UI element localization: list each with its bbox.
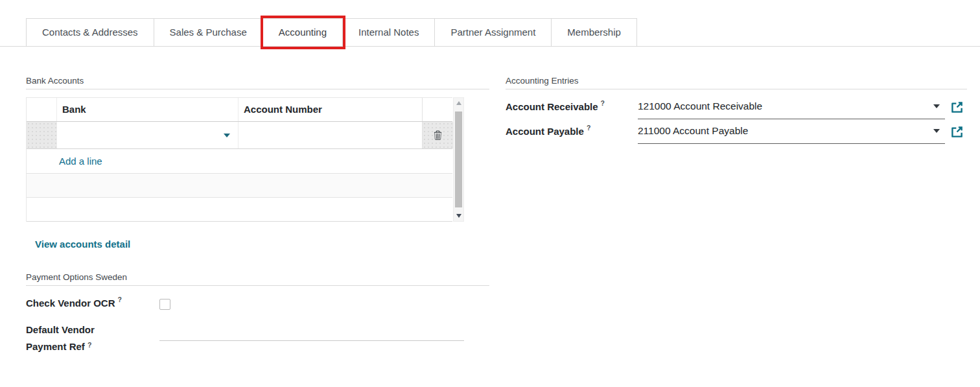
delete-row-button[interactable] <box>422 122 453 148</box>
account-payable-value: 211000 Account Payable <box>638 125 748 136</box>
tab-sales-purchase[interactable]: Sales & Purchase <box>154 18 263 47</box>
scrollbar-thumb[interactable] <box>455 111 462 207</box>
scrollbar-up-button[interactable] <box>454 98 463 108</box>
tab-internal-notes[interactable]: Internal Notes <box>343 18 435 47</box>
help-icon[interactable]: ? <box>601 99 605 107</box>
tab-membership[interactable]: Membership <box>552 18 637 47</box>
default-vendor-payment-ref-input[interactable] <box>159 324 464 341</box>
row-drag-handle[interactable] <box>27 122 56 148</box>
bank-accounts-section-title: Bank Accounts <box>26 76 489 89</box>
check-vendor-ocr-label-text: Check Vendor OCR <box>26 298 115 309</box>
help-icon[interactable]: ? <box>88 341 91 349</box>
account-number-cell-input[interactable] <box>238 122 422 148</box>
empty-table-row <box>27 174 452 198</box>
tab-partner-assignment[interactable]: Partner Assignment <box>435 18 552 47</box>
default-vendor-label-line2: Payment Ref <box>26 341 85 352</box>
arrow-up-icon <box>456 101 461 105</box>
bank-accounts-table-header: Bank Account Number <box>27 97 452 122</box>
help-icon[interactable]: ? <box>118 296 122 303</box>
account-receivable-value: 121000 Account Receivable <box>638 100 762 111</box>
bank-accounts-table-body: Bank Account Number <box>26 97 452 222</box>
empty-table-row <box>27 198 452 222</box>
view-accounts-detail-button[interactable]: View accounts detail <box>35 239 130 250</box>
account-payable-label: Account Payable? <box>506 126 590 137</box>
chevron-down-icon[interactable] <box>224 134 230 137</box>
check-vendor-ocr-label: Check Vendor OCR? <box>26 298 122 309</box>
account-number-column-header[interactable]: Account Number <box>238 98 422 121</box>
tab-accounting[interactable]: Accounting <box>263 18 343 47</box>
bank-cell-dropdown[interactable] <box>56 122 238 148</box>
trash-icon <box>433 130 443 141</box>
account-receivable-select[interactable]: 121000 Account Receivable <box>638 99 945 119</box>
check-vendor-ocr-checkbox[interactable] <box>159 299 170 310</box>
bank-account-row <box>27 122 452 149</box>
help-icon[interactable]: ? <box>587 124 590 132</box>
open-receivable-record-button[interactable] <box>951 101 963 116</box>
account-payable-label-text: Account Payable <box>506 126 584 137</box>
open-payable-record-button[interactable] <box>951 126 963 141</box>
account-receivable-label-text: Account Receivable <box>506 101 598 112</box>
partner-form-accounting-tab-page: Contacts & Addresses Sales & Purchase Ac… <box>0 0 980 387</box>
account-payable-select[interactable]: 211000 Account Payable <box>638 124 945 144</box>
add-a-line-link[interactable]: Add a line <box>59 156 102 167</box>
bank-accounts-table: Bank Account Number <box>26 97 464 222</box>
external-link-icon <box>951 126 963 138</box>
account-receivable-label: Account Receivable? <box>506 101 605 112</box>
payment-options-section-title: Payment Options Sweden <box>26 272 489 286</box>
default-vendor-payment-ref-label: Default Vendor Payment Ref? <box>26 322 143 355</box>
accounting-entries-section-title: Accounting Entries <box>506 76 967 89</box>
bank-column-header[interactable]: Bank <box>56 98 238 121</box>
scrollbar-down-button[interactable] <box>454 211 463 221</box>
chevron-down-icon[interactable] <box>933 104 940 108</box>
default-vendor-label-line1: Default Vendor <box>26 324 95 335</box>
notebook-tab-bar: Contacts & Addresses Sales & Purchase Ac… <box>26 18 637 47</box>
actions-column-header <box>422 98 453 121</box>
external-link-icon <box>951 101 963 113</box>
add-line-row: Add a line <box>27 149 452 174</box>
table-scrollbar[interactable] <box>453 97 464 222</box>
handle-column-header <box>27 98 56 121</box>
arrow-down-icon <box>456 214 461 218</box>
chevron-down-icon[interactable] <box>933 129 940 133</box>
tab-contacts-addresses[interactable]: Contacts & Addresses <box>26 18 154 47</box>
